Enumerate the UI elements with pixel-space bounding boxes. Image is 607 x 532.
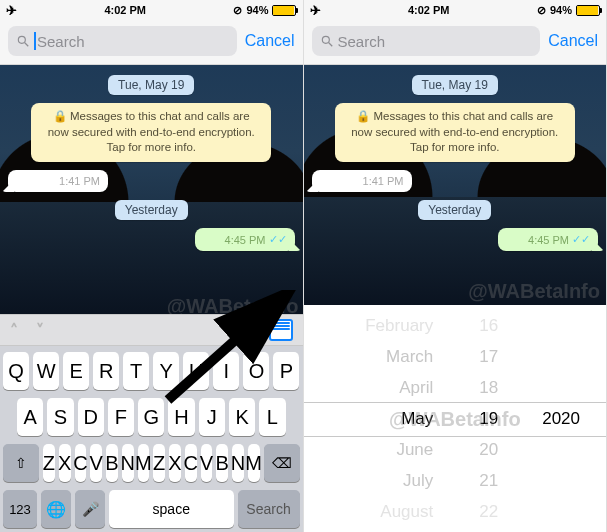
- keyboard-search-key[interactable]: Search: [238, 490, 300, 528]
- outgoing-bubble[interactable]: 4:45 PM✓✓: [195, 228, 295, 251]
- key-m[interactable]: M: [248, 444, 260, 482]
- result-down-button[interactable]: ˅: [36, 321, 44, 340]
- key-n[interactable]: N: [232, 444, 244, 482]
- key-c[interactable]: C: [185, 444, 197, 482]
- picker-option[interactable]: 17: [479, 347, 498, 367]
- key-q[interactable]: Q: [3, 352, 29, 390]
- svg-line-4: [328, 43, 332, 47]
- key-n[interactable]: N: [122, 444, 134, 482]
- key-v[interactable]: V: [90, 444, 102, 482]
- incoming-bubble[interactable]: 1:41 PM: [312, 170, 412, 192]
- calendar-button[interactable]: [269, 319, 293, 341]
- key-h[interactable]: H: [168, 398, 194, 436]
- key-d[interactable]: D: [78, 398, 104, 436]
- day-wheel[interactable]: 16171819202122: [461, 316, 516, 522]
- picker-option[interactable]: [559, 378, 564, 398]
- encryption-notice[interactable]: 🔒Messages to this chat and calls are now…: [31, 103, 271, 162]
- key-w[interactable]: W: [33, 352, 59, 390]
- encryption-notice[interactable]: 🔒Messages to this chat and calls are now…: [335, 103, 575, 162]
- key-e[interactable]: E: [63, 352, 89, 390]
- picker-option[interactable]: August: [380, 502, 433, 522]
- outgoing-bubble[interactable]: 4:45 PM✓✓: [498, 228, 598, 251]
- globe-key[interactable]: 🌐: [41, 490, 71, 528]
- key-z[interactable]: Z: [43, 444, 55, 482]
- backspace-key[interactable]: ⌫: [264, 444, 300, 482]
- key-p[interactable]: P: [273, 352, 299, 390]
- key-m[interactable]: M: [138, 444, 150, 482]
- picker-option[interactable]: March: [386, 347, 433, 367]
- result-up-button[interactable]: ˄: [10, 321, 18, 340]
- keyboard-row-1: QWERTYUIOP: [3, 352, 300, 390]
- key-j[interactable]: J: [199, 398, 225, 436]
- month-wheel[interactable]: FebruaryMarchAprilMayJuneJulyAugust: [304, 316, 462, 522]
- picker-option[interactable]: April: [399, 378, 433, 398]
- picker-option[interactable]: May: [401, 409, 433, 429]
- search-input[interactable]: Search: [312, 26, 541, 56]
- space-key[interactable]: space: [109, 490, 234, 528]
- key-b[interactable]: B: [106, 444, 118, 482]
- search-bar: Search Cancel: [304, 20, 607, 65]
- picker-option[interactable]: [559, 347, 564, 367]
- picker-option[interactable]: [559, 440, 564, 460]
- date-pill: Tue, May 19: [412, 75, 498, 95]
- search-placeholder: Search: [37, 33, 85, 50]
- picker-option[interactable]: 22: [479, 502, 498, 522]
- key-i[interactable]: I: [213, 352, 239, 390]
- battery-pct: 94%: [246, 4, 268, 16]
- keyboard-row-2: ASDFGHJKL: [3, 398, 300, 436]
- airplane-mode-icon: ✈︎: [6, 3, 17, 18]
- key-t[interactable]: T: [123, 352, 149, 390]
- numbers-key[interactable]: 123: [3, 490, 37, 528]
- key-z[interactable]: Z: [153, 444, 165, 482]
- key-c[interactable]: C: [75, 444, 87, 482]
- key-k[interactable]: K: [229, 398, 255, 436]
- key-a[interactable]: A: [17, 398, 43, 436]
- dictation-key[interactable]: 🎤: [75, 490, 105, 528]
- key-x[interactable]: X: [169, 444, 181, 482]
- keyboard: QWERTYUIOP ASDFGHJKL ⇧ ZXCVBNMZXCVBNM⌫ 1…: [0, 346, 303, 532]
- key-y[interactable]: Y: [153, 352, 179, 390]
- key-x[interactable]: X: [59, 444, 71, 482]
- read-ticks-icon: ✓✓: [269, 233, 287, 246]
- picker-option[interactable]: 21: [479, 471, 498, 491]
- picker-option[interactable]: 16: [479, 316, 498, 336]
- cancel-button[interactable]: Cancel: [245, 32, 295, 50]
- key-s[interactable]: S: [47, 398, 73, 436]
- picker-option[interactable]: 19: [479, 409, 498, 429]
- key-v[interactable]: V: [201, 444, 213, 482]
- incoming-bubble[interactable]: 1:41 PM: [8, 170, 108, 192]
- picker-option[interactable]: July: [403, 471, 433, 491]
- picker-option[interactable]: [559, 502, 564, 522]
- search-input[interactable]: Search: [8, 26, 237, 56]
- key-o[interactable]: O: [243, 352, 269, 390]
- battery-icon: [576, 5, 600, 16]
- picker-option[interactable]: June: [396, 440, 433, 460]
- key-f[interactable]: F: [108, 398, 134, 436]
- search-placeholder: Search: [338, 33, 386, 50]
- status-time: 4:02 PM: [408, 4, 450, 16]
- key-l[interactable]: L: [259, 398, 285, 436]
- svg-point-0: [18, 36, 25, 43]
- alarm-icon: ⊘: [537, 4, 546, 17]
- year-wheel[interactable]: 2020: [516, 316, 606, 522]
- chat-area[interactable]: Tue, May 19 🔒Messages to this chat and c…: [0, 65, 303, 314]
- key-u[interactable]: U: [183, 352, 209, 390]
- picker-option[interactable]: 20: [479, 440, 498, 460]
- key-g[interactable]: G: [138, 398, 164, 436]
- picker-option[interactable]: 2020: [542, 409, 580, 429]
- date-pill-yesterday: Yesterday: [418, 200, 491, 220]
- key-b[interactable]: B: [216, 444, 228, 482]
- alarm-icon: ⊘: [233, 4, 242, 17]
- status-bar: ✈︎ 4:02 PM ⊘ 94%: [304, 0, 607, 20]
- picker-option[interactable]: 18: [479, 378, 498, 398]
- date-picker[interactable]: FebruaryMarchAprilMayJuneJulyAugust 1617…: [304, 305, 607, 532]
- picker-option[interactable]: [559, 316, 564, 336]
- shift-key[interactable]: ⇧: [3, 444, 39, 482]
- search-nav-row: ˄ ˅: [0, 314, 303, 346]
- chat-area[interactable]: Tue, May 19 🔒Messages to this chat and c…: [304, 65, 607, 305]
- key-r[interactable]: R: [93, 352, 119, 390]
- picker-option[interactable]: [559, 471, 564, 491]
- cancel-button[interactable]: Cancel: [548, 32, 598, 50]
- picker-option[interactable]: February: [365, 316, 433, 336]
- status-time: 4:02 PM: [104, 4, 146, 16]
